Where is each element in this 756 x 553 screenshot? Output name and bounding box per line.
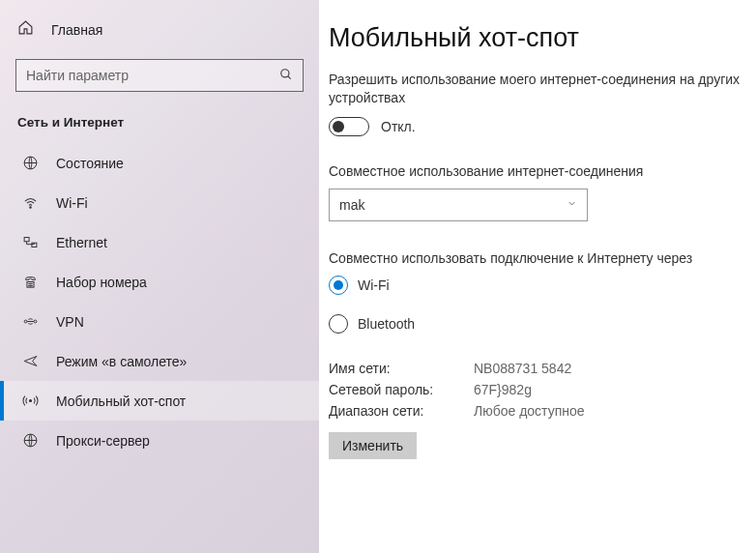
sidebar-item-label: Режим «в самолете» [56, 354, 302, 369]
proxy-icon [21, 432, 39, 449]
search-icon [279, 68, 293, 84]
main-content: Мобильный хот-спот Разрешить использован… [319, 0, 756, 553]
home-row[interactable]: Главная [0, 14, 319, 49]
sidebar-item-airplane[interactable]: Режим «в самолете» [0, 341, 319, 381]
svg-point-12 [31, 285, 32, 286]
info-val: Любое доступное [474, 403, 585, 419]
sidebar-item-label: Ethernet [56, 235, 302, 250]
sidebar-item-label: Набор номера [56, 275, 302, 290]
wifi-icon [21, 194, 39, 211]
nav-list: Состояние Wi-Fi Ethernet Набор номера VP… [0, 143, 319, 460]
hotspot-icon [21, 393, 39, 409]
share-connection-select[interactable]: mak [329, 189, 588, 221]
info-val: NB088731 5842 [474, 361, 571, 376]
svg-point-13 [24, 320, 27, 323]
search-box[interactable] [15, 59, 304, 92]
svg-line-1 [288, 75, 291, 78]
svg-point-11 [30, 285, 31, 286]
radio-indicator [329, 314, 348, 334]
svg-point-3 [29, 207, 30, 208]
radio-indicator [329, 276, 348, 295]
sidebar-item-wifi[interactable]: Wi-Fi [0, 183, 319, 222]
info-row-band: Диапазон сети: Любое доступное [329, 403, 756, 419]
radio-label: Bluetooth [358, 316, 415, 332]
info-key: Диапазон сети: [329, 403, 474, 419]
search-input[interactable] [26, 68, 279, 83]
sidebar-item-ethernet[interactable]: Ethernet [0, 222, 319, 262]
svg-point-9 [31, 283, 32, 284]
svg-point-15 [29, 399, 31, 401]
page-title: Мобильный хот-спот [329, 23, 756, 53]
sidebar: Главная Сеть и Интернет Состояние Wi-Fi … [0, 0, 319, 553]
info-row-network-name: Имя сети: NB088731 5842 [329, 361, 756, 376]
network-info-table: Имя сети: NB088731 5842 Сетевой пароль: … [329, 361, 756, 419]
sidebar-item-label: Состояние [56, 156, 302, 171]
svg-point-0 [281, 69, 289, 76]
toggle-state-label: Откл. [381, 119, 416, 134]
svg-rect-4 [24, 238, 29, 242]
radio-bluetooth[interactable]: Bluetooth [329, 314, 756, 334]
info-row-password: Сетевой пароль: 67F}982g [329, 382, 756, 397]
edit-button[interactable]: Изменить [329, 432, 417, 459]
home-icon [17, 19, 34, 40]
vpn-icon [21, 313, 39, 330]
home-label: Главная [51, 22, 102, 38]
sidebar-item-proxy[interactable]: Прокси-сервер [0, 421, 319, 460]
airplane-icon [21, 353, 39, 369]
sidebar-item-hotspot[interactable]: Мобильный хот-спот [0, 381, 319, 421]
chevron-down-icon [567, 198, 577, 211]
svg-point-8 [30, 283, 31, 284]
dialup-icon [21, 274, 39, 290]
sidebar-item-label: Wi-Fi [56, 195, 302, 211]
sidebar-item-label: Прокси-сервер [56, 433, 302, 449]
info-key: Сетевой пароль: [329, 382, 474, 397]
sidebar-category: Сеть и Интернет [0, 105, 319, 143]
hotspot-toggle[interactable] [329, 117, 369, 136]
sidebar-item-label: VPN [56, 314, 302, 330]
sidebar-item-status[interactable]: Состояние [0, 143, 319, 183]
globe-icon [21, 155, 39, 171]
radio-wifi[interactable]: Wi-Fi [329, 276, 756, 295]
select-value: mak [339, 197, 364, 213]
info-key: Имя сети: [329, 361, 474, 376]
share-over-radio-group: Wi-Fi Bluetooth [329, 276, 756, 334]
sidebar-item-vpn[interactable]: VPN [0, 302, 319, 341]
info-val: 67F}982g [474, 382, 532, 397]
svg-point-14 [34, 320, 37, 323]
sidebar-item-dialup[interactable]: Набор номера [0, 262, 319, 302]
description: Разрешить использование моего интернет-с… [329, 71, 756, 107]
share-over-label: Совместно использовать подключение к Инт… [329, 250, 756, 266]
share-connection-label: Совместное использование интернет-соедин… [329, 163, 756, 179]
svg-point-7 [28, 283, 29, 284]
sidebar-item-label: Мобильный хот-спот [56, 393, 302, 409]
ethernet-icon [21, 234, 39, 250]
toggle-row: Откл. [329, 117, 756, 136]
radio-label: Wi-Fi [358, 277, 390, 293]
svg-point-10 [28, 285, 29, 286]
